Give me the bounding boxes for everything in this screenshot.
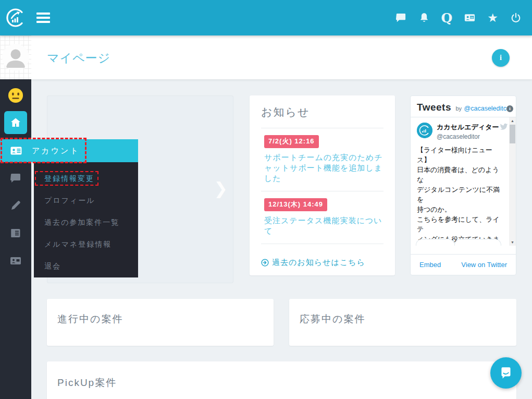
emoji-face-icon[interactable] bbox=[8, 88, 23, 103]
tweets-scroll-area: カカセルエディター @cacaseleditor 【ライター様向けニュース】 日… bbox=[411, 117, 516, 246]
scrollbar-thumb[interactable] bbox=[510, 125, 515, 143]
scroll-down-icon[interactable]: ▼ bbox=[509, 240, 516, 244]
tweets-widget: Tweets by @cacaseleditci カカセルエディター @caca… bbox=[410, 95, 516, 275]
info-button[interactable]: i bbox=[492, 49, 510, 67]
notice-item: 12/3(月) 17:32 bbox=[261, 244, 383, 248]
notice-link[interactable]: サポートチームの充実のためチャットサポート機能を追加しました bbox=[264, 152, 383, 184]
tweet-item: カカセルエディター @cacaseleditor bbox=[417, 123, 505, 140]
pickup-title: PickUp案件 bbox=[57, 376, 117, 390]
in-progress-projects-card: 進行中の案件 bbox=[47, 299, 274, 346]
menu-item-registration-change[interactable]: 登録情報変更 bbox=[34, 167, 138, 189]
app-logo-icon[interactable] bbox=[5, 7, 26, 28]
tweets-scrollbar[interactable]: ▲ ▼ bbox=[509, 117, 516, 246]
scroll-up-icon[interactable]: ▲ bbox=[509, 119, 516, 123]
id-card-icon[interactable] bbox=[464, 12, 476, 24]
account-submenu: 登録情報変更 プロフィール 過去の参加案件一覧 メルマネ登録情報 退会 bbox=[34, 162, 138, 277]
tweets-header: Tweets by @cacaseleditci bbox=[411, 96, 516, 117]
tweets-account-link[interactable]: @cacaseleditc bbox=[464, 105, 506, 112]
twitter-info-icon[interactable]: i bbox=[506, 105, 513, 112]
notice-card: お知らせ 7/2(火) 12:16 サポートチームの充実のためチャットサポート機… bbox=[250, 95, 395, 275]
notice-item: 12/13(木) 14:49 受注ステータス機能実装について bbox=[261, 191, 383, 244]
view-on-twitter-link[interactable]: View on Twitter bbox=[461, 255, 507, 275]
notice-more-link[interactable]: 過去のお知らせはこちら bbox=[261, 258, 365, 268]
twitter-bird-icon bbox=[499, 123, 509, 131]
notice-title: お知らせ bbox=[261, 95, 383, 119]
notice-item: 7/2(火) 12:16 サポートチームの充実のためチャットサポート機能を追加し… bbox=[261, 128, 383, 191]
applying-projects-card: 応募中の案件 bbox=[289, 299, 516, 346]
bell-icon[interactable] bbox=[418, 12, 430, 24]
page-title: マイページ bbox=[47, 50, 110, 66]
sidebar-item-account[interactable]: アカウント bbox=[0, 139, 138, 162]
avatar-placeholder-icon bbox=[2, 44, 29, 71]
pickup-projects-card: PickUp案件 bbox=[47, 361, 516, 399]
pencil-icon bbox=[9, 199, 22, 212]
sidebar-item-home[interactable] bbox=[4, 111, 27, 134]
tweet-text: 【ライター様向けニュース】 日本の消費者は、どのような デジタルコンテンツに不満… bbox=[417, 145, 505, 246]
sidebar-item-messages[interactable] bbox=[9, 172, 22, 185]
id-card-icon bbox=[10, 144, 22, 157]
menu-item-profile[interactable]: プロフィール bbox=[34, 189, 138, 211]
sidebar-item-news[interactable] bbox=[9, 227, 22, 239]
embed-link[interactable]: Embed bbox=[419, 255, 441, 275]
news-icon bbox=[9, 227, 22, 239]
tweets-title: Tweets bbox=[417, 102, 451, 113]
tweet-avatar[interactable] bbox=[417, 123, 432, 138]
sidebar bbox=[0, 79, 31, 399]
contact-card-icon bbox=[9, 255, 22, 267]
tweet-user-name[interactable]: カカセルエディター bbox=[437, 123, 499, 132]
sidebar-item-contacts[interactable] bbox=[9, 255, 22, 267]
chat-bubble-smile-icon bbox=[498, 365, 514, 381]
tweets-footer: Embed View on Twitter bbox=[411, 254, 516, 275]
notice-date-badge: 12/13(木) 14:49 bbox=[264, 198, 327, 211]
menu-item-past-projects[interactable]: 過去の参加案件一覧 bbox=[34, 211, 138, 233]
chat-support-button[interactable] bbox=[490, 357, 522, 389]
carousel-next-icon[interactable]: ❯ bbox=[214, 178, 228, 198]
sidebar-item-write[interactable] bbox=[9, 199, 22, 212]
tweet-user-handle[interactable]: @cacaseleditor bbox=[437, 133, 499, 140]
notice-list: 7/2(火) 12:16 サポートチームの充実のためチャットサポート機能を追加し… bbox=[261, 128, 383, 248]
menu-hamburger-icon[interactable] bbox=[36, 13, 50, 23]
chat-icon bbox=[9, 172, 22, 185]
topbar: Q ★ bbox=[0, 0, 532, 35]
home-icon bbox=[9, 116, 22, 129]
power-icon[interactable] bbox=[510, 12, 522, 24]
notice-link[interactable]: 受注ステータス機能実装について bbox=[264, 215, 383, 236]
star-icon[interactable]: ★ bbox=[487, 12, 499, 24]
user-avatar[interactable] bbox=[0, 35, 31, 79]
arrow-circle-icon bbox=[261, 259, 269, 267]
page-header: マイページ i bbox=[31, 35, 532, 79]
chat-icon[interactable] bbox=[395, 12, 407, 24]
applying-title: 応募中の案件 bbox=[300, 312, 365, 326]
menu-item-withdraw[interactable]: 退会 bbox=[34, 255, 138, 277]
notice-date-badge: 7/2(火) 12:16 bbox=[264, 135, 319, 148]
menu-item-melmane-registration[interactable]: メルマネ登録情報 bbox=[34, 233, 138, 255]
topbar-icon-row: Q ★ bbox=[395, 0, 522, 35]
tweet-action-buttons-clipped bbox=[416, 239, 501, 246]
account-menu-label: アカウント bbox=[32, 146, 80, 156]
q-icon[interactable]: Q bbox=[441, 12, 453, 24]
in-progress-title: 進行中の案件 bbox=[57, 312, 123, 326]
